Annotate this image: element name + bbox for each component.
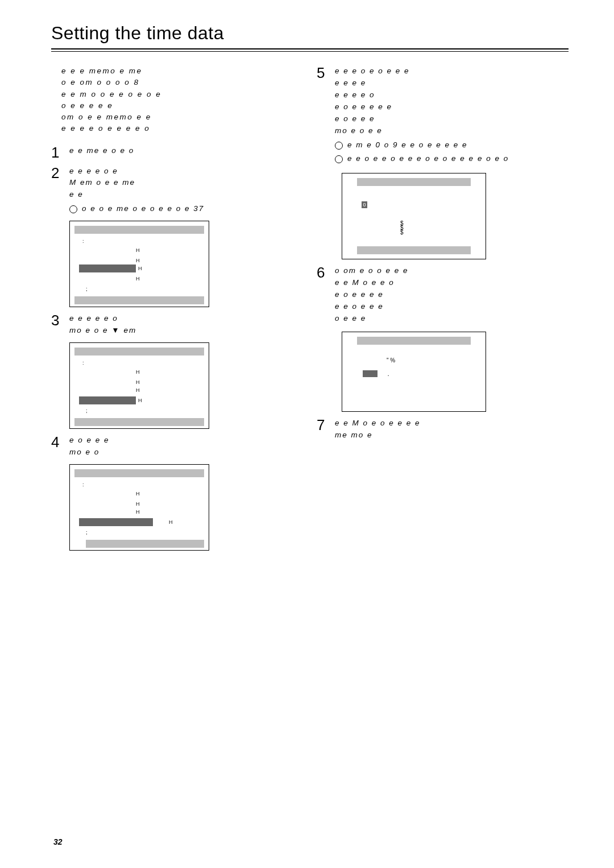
intro-line: e e m o o e e o e o e xyxy=(61,90,161,98)
step-text: e e e o e o e e e e e e e e e e e o e o … xyxy=(335,65,569,137)
screen-header-icon: : xyxy=(82,360,200,366)
step-number: 4 xyxy=(51,435,64,458)
step-number: 7 xyxy=(317,418,329,441)
intro-line: e e e memo e me xyxy=(61,67,143,75)
screen-title-bar xyxy=(357,178,471,186)
step-number: 1 xyxy=(51,145,64,160)
screen-header-icon: : xyxy=(82,238,200,244)
intro-line: e e e e o e e e e o xyxy=(61,124,150,133)
intro-paragraph: e e e memo e me o e om o o o o 8 e e m o… xyxy=(51,65,303,139)
intro-line: om o e e memo e e xyxy=(61,113,152,121)
step-4: 4 e o e e e mo e o xyxy=(51,435,303,458)
step-number: 2 xyxy=(51,166,64,216)
step-text: e e M o e o e e e e me mo e xyxy=(335,418,569,441)
step-text: o om e o o e e e e e M o e e o e o e e e… xyxy=(335,265,569,325)
lcd-screen-step4: : H H H H ; xyxy=(69,464,209,551)
step-1: 1 e e me e o e o xyxy=(51,145,303,160)
step-7: 7 e e M o e o e e e e me mo e xyxy=(317,418,569,441)
sub-text: e e o e e o e e e o e o e e e e o e o xyxy=(347,153,509,165)
lcd-screen-step5: 0 $ $ $ xyxy=(342,173,486,259)
step-text: e o e e e mo e o xyxy=(69,435,303,458)
screen-value: " % xyxy=(387,357,479,363)
step-number: 3 xyxy=(51,313,64,337)
intro-line: o e om o o o o 8 xyxy=(61,78,140,86)
sub-text: e m e 0 o 9 e e o e e e e e xyxy=(347,139,468,151)
step-text: e e me e o e o xyxy=(69,145,303,157)
manual-page: Setting the time data e e e memo e me o … xyxy=(0,0,614,868)
lcd-screen-step6: " % . xyxy=(342,332,486,412)
highlight-bar xyxy=(79,396,136,404)
screen-bottom-bar xyxy=(74,296,204,304)
circle-bullet-icon xyxy=(69,205,77,213)
screen-bottom-bar xyxy=(74,418,204,426)
screen-dot: . xyxy=(388,370,389,377)
lcd-screen-step3: : H H H H ; xyxy=(69,342,209,429)
step-sub-bullet: o e o e me o e o e e o e 37 xyxy=(69,203,303,215)
screen-bottom-bar xyxy=(86,540,204,548)
screen-title-bar xyxy=(74,469,204,477)
screen-footer-icon: ; xyxy=(86,286,200,292)
step-text: e e e e e o mo e o e ▼ em xyxy=(69,313,303,337)
title-rule xyxy=(51,48,569,52)
dollar-column: $ $ $ xyxy=(400,221,479,235)
highlight-bar xyxy=(363,370,377,377)
screen-footer-icon: ; xyxy=(86,408,200,414)
highlight-bar xyxy=(79,518,153,526)
step-sub-bullet: e m e 0 o 9 e e o e e e e e xyxy=(335,139,569,151)
page-number: 32 xyxy=(53,837,63,846)
step-3: 3 e e e e e o mo e o e ▼ em xyxy=(51,313,303,337)
content-columns: e e e memo e me o e om o o o o 8 e e m o… xyxy=(51,65,569,553)
highlight-bar xyxy=(79,264,136,272)
step-2: 2 e e e e o e M em o e e me e e xyxy=(51,166,303,216)
screen-title-bar xyxy=(74,226,204,234)
screen-header-icon: : xyxy=(82,482,200,487)
step-text: e e e e o e M em o e e me e e xyxy=(69,166,303,201)
step-sub-bullet: e e o e e o e e e o e o e e e e o e o xyxy=(335,153,569,165)
screen-title-bar xyxy=(74,348,204,356)
screen-bottom-bar xyxy=(357,246,471,254)
lcd-screen-step2: : H H H H ; xyxy=(69,221,209,307)
circle-bullet-icon xyxy=(335,155,343,163)
screen-title-bar xyxy=(357,337,471,345)
cursor-box: 0 xyxy=(362,201,367,208)
sub-text: o e o e me o e o e e o e 37 xyxy=(82,203,204,215)
left-column: e e e memo e me o e om o o o o 8 e e m o… xyxy=(51,65,303,553)
step-number: 5 xyxy=(317,65,329,165)
intro-line: o e e e e e xyxy=(61,101,113,110)
page-title: Setting the time data xyxy=(51,23,569,44)
step-5: 5 e e e o e o e e e e e e e e e e e o xyxy=(317,65,569,165)
step-number: 6 xyxy=(317,265,329,325)
circle-bullet-icon xyxy=(335,142,343,150)
screen-footer-icon: ; xyxy=(86,530,200,535)
right-column: 5 e e e o e o e e e e e e e e e e e o xyxy=(317,65,569,553)
step-6: 6 o om e o o e e e e e M o e e o e o e e… xyxy=(317,265,569,325)
